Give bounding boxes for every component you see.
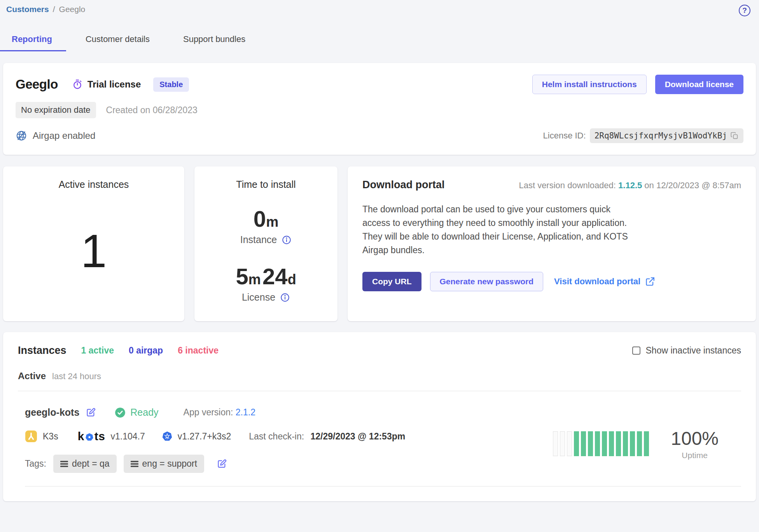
tag-lines-icon	[131, 460, 138, 467]
stats-row: Active instances 1 Time to install 0m In…	[3, 166, 756, 321]
tag-badge[interactable]: eng = support	[124, 455, 204, 473]
instance-install-time: 0m	[254, 206, 278, 232]
breadcrumb-current: Geeglo	[59, 5, 86, 14]
kots-logo: k ts	[78, 430, 105, 443]
count-airgap[interactable]: 0 airgap	[129, 345, 163, 356]
license-type-label: Trial license	[87, 79, 141, 90]
stopwatch-icon	[72, 79, 83, 90]
breadcrumb: Customers / Geeglo	[3, 5, 85, 14]
instance-install-label: Instance	[240, 234, 277, 245]
last-version-label: Last version downloaded:	[519, 180, 616, 190]
customer-summary-card: Geeglo Trial license Stable Helm install…	[3, 63, 756, 155]
tab-support-bundles[interactable]: Support bundles	[178, 32, 251, 51]
uptime-bar	[581, 431, 586, 456]
last-version-link[interactable]: 1.12.5	[618, 180, 642, 190]
instance-details: geeglo-kots	[25, 407, 405, 473]
status-label: Ready	[130, 407, 158, 418]
external-link-icon	[645, 276, 655, 287]
license-id-group: License ID: 2Rq8WLcsjfxqrMysjvB1WodYkBj	[543, 128, 743, 143]
tag-badge[interactable]: dept = qa	[53, 455, 117, 473]
customer-meta-row: No expiration date Created on 06/28/2023	[16, 102, 743, 118]
download-portal-actions: Copy URL Generate new password Visit dow…	[362, 272, 741, 291]
active-section-header: Active last 24 hours	[18, 371, 741, 382]
license-install-time: 5m 24d	[236, 263, 296, 289]
kots-logo-ts: ts	[94, 430, 105, 443]
uptime-bar	[616, 431, 621, 456]
download-portal-card: Download portal Last version downloaded:…	[348, 166, 756, 321]
airgap-status: Airgap enabled	[16, 130, 95, 142]
show-inactive-checkbox[interactable]	[632, 346, 640, 355]
kots-version: v1.104.7	[111, 431, 145, 442]
instance-name: geeglo-kots	[25, 407, 79, 418]
instances-title: Instances	[18, 345, 66, 357]
instance-row: geeglo-kots	[18, 391, 741, 473]
edit-tags-icon[interactable]	[217, 458, 227, 469]
k8s-version: v1.27.7+k3s2	[178, 431, 231, 442]
last-version-downloaded: Last version downloaded: 1.12.5 on 12/20…	[519, 180, 741, 191]
kots-heptagon-icon	[85, 432, 94, 442]
license-id-label: License ID:	[543, 131, 586, 141]
card-bottom-padding	[18, 486, 741, 501]
tag-lines-icon	[60, 460, 68, 467]
tab-reporting[interactable]: Reporting	[6, 32, 58, 51]
visit-portal-label: Visit download portal	[554, 276, 640, 287]
generate-new-password-button[interactable]: Generate new password	[430, 272, 544, 291]
uptime-bar	[644, 431, 649, 456]
info-icon[interactable]	[282, 235, 292, 245]
app-version: App version: 2.1.2	[184, 407, 255, 418]
instance-tags-line: Tags: dept = qa	[25, 455, 405, 473]
customer-title-row: Geeglo Trial license Stable Helm install…	[16, 75, 743, 94]
instance-install-value: 0	[254, 206, 266, 231]
last-checkin: Last check-in: 12/29/2023 @ 12:53pm	[249, 431, 405, 442]
active-instances-title: Active instances	[59, 179, 129, 190]
instance-install-label-row: Instance	[240, 234, 292, 245]
active-section-sublabel: last 24 hours	[52, 371, 101, 382]
show-inactive-toggle[interactable]: Show inactive instances	[632, 345, 741, 356]
tag-label: dept = qa	[72, 458, 110, 469]
edit-name-icon[interactable]	[86, 407, 96, 418]
app-version-label: App version:	[184, 407, 233, 417]
instances-header: Instances 1 active 0 airgap 6 inactive S…	[18, 345, 741, 357]
channel-badge: Stable	[153, 77, 189, 92]
uptime-label: Uptime	[671, 451, 719, 460]
last-checkin-value: 12/29/2023 @ 12:53pm	[311, 431, 406, 441]
tab-bar: Reporting Customer details Support bundl…	[3, 32, 756, 51]
license-install-value2: 24	[262, 264, 288, 289]
copy-url-button[interactable]: Copy URL	[362, 272, 421, 291]
instance-versions-line: K3s k ts v	[25, 430, 405, 443]
page: Customers / Geeglo ? Reporting Customer …	[0, 0, 759, 501]
uptime-bar	[567, 431, 572, 456]
help-icon[interactable]: ?	[739, 5, 750, 16]
time-to-install-title: Time to install	[236, 179, 296, 190]
license-install-label-row: License	[242, 292, 290, 303]
count-active[interactable]: 1 active	[81, 345, 114, 356]
uptime-bar	[637, 431, 642, 456]
last-version-date: on 12/20/2023 @ 8:57am	[644, 180, 741, 190]
top-bar: Customers / Geeglo ?	[3, 5, 756, 16]
visit-download-portal-link[interactable]: Visit download portal	[554, 276, 655, 287]
copy-icon[interactable]	[730, 131, 739, 140]
helm-install-instructions-button[interactable]: Helm install instructions	[532, 75, 647, 94]
uptime-bar	[623, 431, 628, 456]
uptime-bar	[574, 431, 579, 456]
license-install-label: License	[242, 292, 275, 303]
breadcrumb-separator: /	[53, 5, 55, 14]
tag-label: eng = support	[142, 458, 197, 469]
download-license-button[interactable]: Download license	[655, 75, 743, 94]
count-inactive[interactable]: 6 inactive	[178, 345, 219, 356]
license-id-text: 2Rq8WLcsjfxqrMysjvB1WodYkBj	[595, 131, 727, 140]
k3s-icon	[25, 430, 37, 443]
uptime-bar	[560, 431, 565, 456]
customer-name: Geeglo	[16, 77, 58, 92]
license-install-unit2: d	[288, 271, 296, 287]
customer-detail-row: Airgap enabled License ID: 2Rq8WLcsjfxqr…	[16, 128, 743, 143]
uptime-percent: 100%	[671, 428, 719, 449]
breadcrumb-customers-link[interactable]: Customers	[6, 5, 49, 14]
app-version-link[interactable]: 2.1.2	[236, 407, 255, 417]
airgap-globe-icon	[16, 130, 27, 142]
instance-install-unit: m	[266, 214, 278, 230]
info-icon[interactable]	[280, 292, 290, 303]
tab-customer-details[interactable]: Customer details	[80, 32, 155, 51]
k8s-version-group: v1.27.7+k3s2	[161, 430, 231, 442]
uptime-bar	[602, 431, 607, 456]
